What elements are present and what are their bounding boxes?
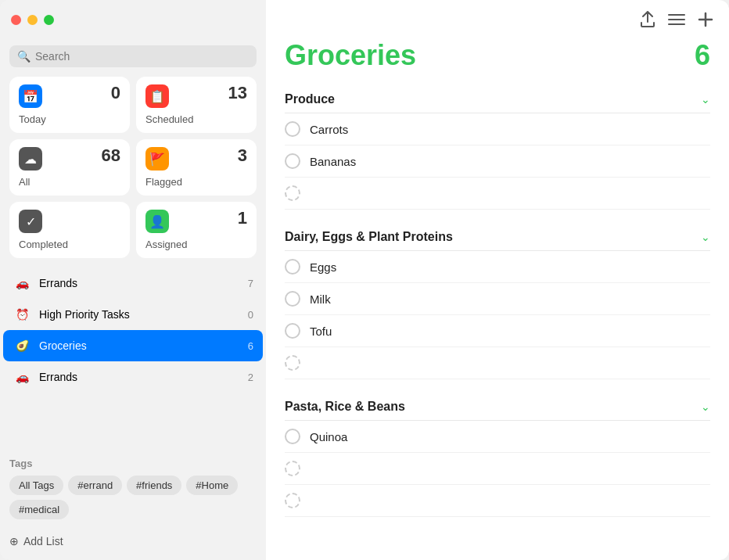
assigned-icon: 👤 bbox=[145, 210, 169, 233]
today-label: Today bbox=[19, 113, 120, 125]
smart-card-assigned[interactable]: 👤 1 Assigned bbox=[136, 202, 257, 258]
close-button[interactable] bbox=[11, 15, 21, 25]
task-item-milk[interactable]: Milk bbox=[285, 283, 710, 315]
eggs-label: Eggs bbox=[310, 260, 336, 274]
add-task-button[interactable] bbox=[698, 12, 713, 27]
search-input[interactable] bbox=[35, 50, 249, 63]
tag-errand-button[interactable]: #errand bbox=[68, 476, 122, 495]
produce-empty-checkbox[interactable] bbox=[285, 185, 300, 201]
main-content: Groceries 6 Produce ⌄ Carrots Bananas bbox=[266, 0, 729, 560]
quinoa-label: Quinoa bbox=[310, 430, 347, 443]
task-item-eggs[interactable]: Eggs bbox=[285, 251, 710, 283]
task-group-pasta: Pasta, Rice & Beans ⌄ Quinoa bbox=[285, 392, 710, 517]
share-button[interactable] bbox=[640, 11, 655, 28]
produce-chevron-icon: ⌄ bbox=[701, 93, 710, 106]
eggs-checkbox[interactable] bbox=[285, 259, 300, 275]
errands2-count: 2 bbox=[248, 372, 253, 383]
tag-medical-button[interactable]: #medical bbox=[9, 500, 69, 519]
maximize-button[interactable] bbox=[44, 15, 54, 25]
list-section: 🚗 Errands 7 ⏰ High Priority Tasks 0 🥑 Gr… bbox=[0, 267, 266, 451]
main-header: Groceries 6 bbox=[266, 39, 729, 84]
list-total: 6 bbox=[695, 39, 710, 72]
bananas-checkbox[interactable] bbox=[285, 153, 300, 169]
add-list-label: Add List bbox=[23, 535, 63, 547]
task-item-pasta-empty1[interactable] bbox=[285, 453, 710, 485]
tofu-label: Tofu bbox=[310, 325, 332, 338]
flagged-count: 3 bbox=[238, 147, 247, 164]
errands1-icon: 🚗 bbox=[13, 274, 31, 293]
pasta-group-name: Pasta, Rice & Beans bbox=[285, 400, 405, 414]
smart-card-flagged[interactable]: 🚩 3 Flagged bbox=[136, 139, 257, 196]
milk-checkbox[interactable] bbox=[285, 291, 300, 307]
tofu-checkbox[interactable] bbox=[285, 323, 300, 339]
all-label: All bbox=[19, 176, 120, 188]
task-item-dairy-empty[interactable] bbox=[285, 347, 710, 379]
list-item-high-priority[interactable]: ⏰ High Priority Tasks 0 bbox=[3, 299, 263, 330]
tag-home-button[interactable]: #Home bbox=[186, 476, 238, 495]
add-list-button[interactable]: ⊕ Add List bbox=[0, 529, 266, 560]
search-icon: 🔍 bbox=[17, 50, 31, 63]
tag-friends-button[interactable]: #friends bbox=[127, 476, 181, 495]
flagged-icon: 🚩 bbox=[145, 147, 169, 171]
titlebar bbox=[0, 0, 266, 39]
task-group-dairy-header[interactable]: Dairy, Eggs & Plant Proteins ⌄ bbox=[285, 222, 710, 251]
quinoa-checkbox[interactable] bbox=[285, 429, 300, 444]
task-item-tofu[interactable]: Tofu bbox=[285, 315, 710, 347]
carrots-checkbox[interactable] bbox=[285, 121, 300, 137]
smart-card-completed[interactable]: ✓ Completed bbox=[9, 202, 130, 258]
pasta-empty1-checkbox[interactable] bbox=[285, 461, 300, 476]
menu-button[interactable] bbox=[668, 13, 685, 27]
groceries-icon: 🥑 bbox=[13, 336, 31, 355]
tags-grid: All Tags#errand#friends#Home#medical bbox=[9, 476, 257, 519]
list-item-errands2[interactable]: 🚗 Errands 2 bbox=[3, 361, 263, 393]
task-group-produce: Produce ⌄ Carrots Bananas bbox=[285, 84, 710, 210]
task-group-pasta-header[interactable]: Pasta, Rice & Beans ⌄ bbox=[285, 392, 710, 421]
tags-header: Tags bbox=[9, 458, 257, 469]
scheduled-label: Scheduled bbox=[145, 113, 247, 125]
carrots-label: Carrots bbox=[310, 123, 348, 136]
dairy-group-name: Dairy, Eggs & Plant Proteins bbox=[285, 230, 453, 244]
list-item-groceries[interactable]: 🥑 Groceries 6 bbox=[3, 330, 263, 361]
bananas-label: Bananas bbox=[310, 155, 356, 168]
high-priority-count: 0 bbox=[248, 309, 253, 321]
task-item-produce-empty[interactable] bbox=[285, 178, 710, 210]
assigned-label: Assigned bbox=[145, 239, 247, 250]
task-group-dairy: Dairy, Eggs & Plant Proteins ⌄ Eggs Milk… bbox=[285, 222, 710, 379]
groceries-count: 6 bbox=[248, 340, 253, 352]
task-item-bananas[interactable]: Bananas bbox=[285, 145, 710, 178]
task-item-carrots[interactable]: Carrots bbox=[285, 113, 710, 145]
errands1-count: 7 bbox=[248, 278, 253, 289]
list-title: Groceries bbox=[285, 39, 416, 72]
milk-label: Milk bbox=[310, 293, 331, 306]
tags-section: Tags All Tags#errand#friends#Home#medica… bbox=[0, 451, 266, 529]
smart-card-scheduled[interactable]: 📋 13 Scheduled bbox=[136, 77, 257, 133]
search-bar[interactable]: 🔍 bbox=[9, 45, 257, 67]
dairy-chevron-icon: ⌄ bbox=[701, 231, 710, 243]
smart-list-grid: 📅 0 Today 📋 13 Scheduled ☁ 68 All 🚩 3 Fl… bbox=[0, 77, 266, 267]
all-count: 68 bbox=[102, 147, 120, 164]
task-group-produce-header[interactable]: Produce ⌄ bbox=[285, 84, 710, 113]
high-priority-icon: ⏰ bbox=[13, 305, 31, 324]
all-icon: ☁ bbox=[19, 147, 42, 171]
list-item-errands1[interactable]: 🚗 Errands 7 bbox=[3, 267, 263, 299]
tag-all-tags-button[interactable]: All Tags bbox=[9, 476, 63, 495]
errands2-icon: 🚗 bbox=[13, 368, 31, 386]
pasta-chevron-icon: ⌄ bbox=[701, 400, 710, 413]
completed-label: Completed bbox=[19, 239, 120, 250]
errands2-label: Errands bbox=[39, 371, 240, 383]
smart-card-all[interactable]: ☁ 68 All bbox=[9, 139, 130, 196]
smart-card-today[interactable]: 📅 0 Today bbox=[9, 77, 130, 133]
task-item-pasta-empty2[interactable] bbox=[285, 485, 710, 517]
high-priority-label: High Priority Tasks bbox=[39, 308, 240, 321]
errands1-label: Errands bbox=[39, 277, 240, 289]
today-count: 0 bbox=[111, 84, 120, 102]
flagged-label: Flagged bbox=[145, 176, 247, 188]
task-item-quinoa[interactable]: Quinoa bbox=[285, 421, 710, 453]
minimize-button[interactable] bbox=[27, 15, 38, 25]
pasta-empty2-checkbox[interactable] bbox=[285, 493, 300, 508]
dairy-empty-checkbox[interactable] bbox=[285, 355, 300, 371]
today-icon: 📅 bbox=[19, 84, 42, 108]
scheduled-count: 13 bbox=[228, 84, 247, 102]
tasks-container: Produce ⌄ Carrots Bananas Dairy, Eggs & … bbox=[266, 84, 729, 560]
add-list-icon: ⊕ bbox=[9, 535, 19, 547]
